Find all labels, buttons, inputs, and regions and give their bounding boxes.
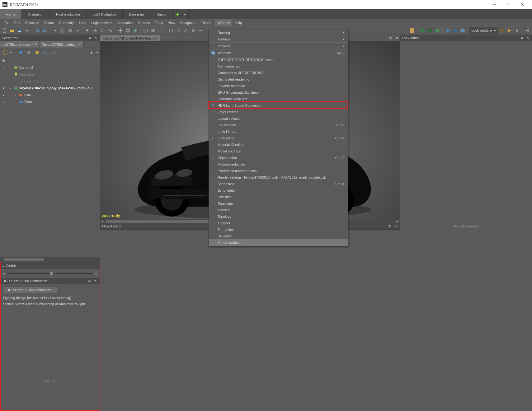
renderer-dropdown[interactable]: Look renderer▾ [469,27,498,34]
tree-refresh-icon[interactable] [42,49,49,56]
close-tab-icon[interactable]: ✕ [78,42,81,46]
menu-item-timeline[interactable]: Timeline [209,207,348,213]
ribbon-tab-design[interactable]: Design [150,9,174,19]
slider-left-icon[interactable]: ≡ [3,272,5,275]
menu-item-look-editor[interactable]: ✓Look editorCtrl+K [209,135,348,141]
menu-item-variant-switcher[interactable]: Variant switcher [209,239,348,246]
opt3-icon[interactable] [182,27,189,34]
tree-row[interactable]: ✓▾ToyotaGT862013hipoly_MAYA2012_mark_ou [0,85,100,91]
scene-tree-scrollbar[interactable] [0,257,100,262]
ribbon-tab-data-prep[interactable]: Data prep [123,9,150,19]
menu-item-favorite-metadata[interactable]: Favorite metadata [209,82,348,89]
scene-tree-close-icon[interactable]: ✕ [93,35,98,40]
tree-filter2-icon[interactable] [26,49,32,56]
globe-icon[interactable] [117,27,124,34]
rotate-icon[interactable] [99,27,106,34]
menu-edit[interactable]: Edit [12,19,23,26]
menu-item-viewers[interactable]: Viewers▸ [209,43,348,49]
material-green3-icon[interactable] [434,27,441,34]
ribbon-tab-animation[interactable]: Animation [22,9,50,19]
paste-icon[interactable] [67,27,73,34]
menu-item-topology[interactable]: Topology [209,213,348,220]
look-editor-close-icon[interactable]: ✕ [525,35,530,40]
menu-item-layer-creator[interactable]: Layer creator [209,109,348,115]
maximize-button[interactable] [501,0,516,9]
checkmark-icon[interactable]: ✓ [2,100,5,104]
tree-funnel-icon[interactable]: ▼ [88,49,95,56]
menu-item-material-id-editor[interactable]: Material ID editor [209,141,348,148]
render-icon[interactable] [499,27,506,34]
tree-view-icon[interactable] [2,49,9,56]
object-editor-close-icon[interactable]: ✕ [393,224,398,229]
menu-item-windows[interactable]: WindowsAlt+2 [209,49,348,56]
menu-item-render-settings-toyotagt862013hipoly-may[interactable]: Render settings: ToyotaGT862013hipoly_MA… [209,174,348,180]
menu-item-generate-reallight[interactable]: Generate RealLight [209,96,348,102]
tree-sync-icon[interactable] [50,49,57,56]
menu-item-layout-selection[interactable]: Layout selection [209,115,348,122]
menu-geometry[interactable]: Geometry [56,19,76,26]
menu-render[interactable]: Render [199,19,215,26]
tree-filter3-icon[interactable] [34,49,40,56]
global-slider[interactable] [7,273,93,274]
menu-item-log-window[interactable]: Log windowCtrl+- [209,122,348,128]
tree-row[interactable]: ✓▸CAR [0,91,100,98]
menu-item-uv-editor[interactable]: UV editor [209,233,348,239]
scene-tree-undock-icon[interactable]: ⧉ [87,35,92,40]
minimize-button[interactable] [487,0,501,9]
menu-animation[interactable]: Animation [115,19,135,26]
menu-item-script-editor[interactable]: Script editor [209,187,348,194]
expander-icon[interactable]: ▸ [15,100,16,103]
menu-item-docking[interactable]: Docking▸ [209,29,348,36]
ribbon-dropdown-button[interactable]: ▾ [181,9,189,19]
viewport-close-icon[interactable]: ✕ [393,35,400,41]
menu-variants[interactable]: Variants [135,19,153,26]
scene-file-tab[interactable]: taGT86...mark.csb *✕ [0,41,40,48]
menu-help[interactable]: Help [232,19,244,26]
select-icon[interactable] [84,27,91,34]
tree-row[interactable]: Headlight [0,71,100,78]
menu-selection[interactable]: Selection [23,19,42,26]
save-icon[interactable] [16,27,23,34]
open-file-icon[interactable] [9,27,16,34]
menu-item-connector-to-3dexperience[interactable]: Connector to 3DEXPERIENCE [209,69,348,76]
slider-right-icon[interactable]: ≡ [95,272,97,275]
object-editor-undock-icon[interactable]: ⧉ [387,224,392,229]
cube3-icon[interactable] [157,27,164,34]
menu-item-3dexcite-picturebook-browser[interactable]: 3DEXCITE PICTUREBOOK Browser [209,56,348,63]
cut-icon[interactable]: ✂ [52,27,59,34]
menu-item-toolbars[interactable]: Toolbars▸ [209,36,348,42]
opt4-icon[interactable] [190,27,197,34]
menu-item-tessellate[interactable]: Tessellate [209,200,348,207]
cube2-icon[interactable] [150,27,157,34]
viewport-tab[interactable]: utside.csb * [Camera3] [Raytracing] [100,35,160,41]
hdr-close-icon[interactable]: ✕ [93,278,98,283]
opt1-icon[interactable] [167,27,174,34]
look-editor-undock-icon[interactable]: ⧉ [520,35,525,40]
scale-icon[interactable] [107,27,114,34]
checkmark-icon[interactable]: ✓ [2,86,5,90]
menu-item-distributed-rendering[interactable]: Distributed rendering [209,76,348,82]
expander-icon[interactable]: ▸ [15,94,16,96]
link-icon[interactable]: 🔗 [132,27,139,34]
ribbon-tab-light-shadow[interactable]: Light & shadow [87,9,123,19]
material-blue2-icon[interactable] [452,27,459,34]
delete-icon[interactable]: ✕ [74,27,81,34]
render-settings-icon[interactable] [524,27,531,34]
opt5-icon[interactable] [197,27,204,34]
wireframe-sphere-icon[interactable] [125,27,131,34]
material-gold-icon[interactable] [409,27,416,34]
menu-item-scene-tree[interactable]: ✓Scene treeCtrl+T [209,180,348,187]
material-green2-icon[interactable] [426,27,433,34]
menu-item-predefined-metadata-sets[interactable]: Predefined metadata sets [209,167,348,174]
menu-navigation[interactable]: Navigation [178,19,199,26]
render-play-icon[interactable] [506,27,513,34]
menu-item-polygon-reduction[interactable]: Polygon reduction [209,161,348,167]
hdr-connection-button[interactable]: HDR Light Studio Connection ... [3,287,59,293]
scene-file-tab[interactable]: ToyotaGT862...tside.csb *✕ [40,41,83,48]
ribbon-tab-post-production[interactable]: Post production [50,9,86,19]
menu-tools[interactable]: Tools [153,19,166,26]
material-blue3-icon[interactable] [459,27,466,34]
menu-item-object-editor[interactable]: ✓Object editorCtrl+E [209,154,348,161]
checkmark-icon[interactable]: ✓ [2,66,5,70]
cube1-icon[interactable] [142,27,149,34]
